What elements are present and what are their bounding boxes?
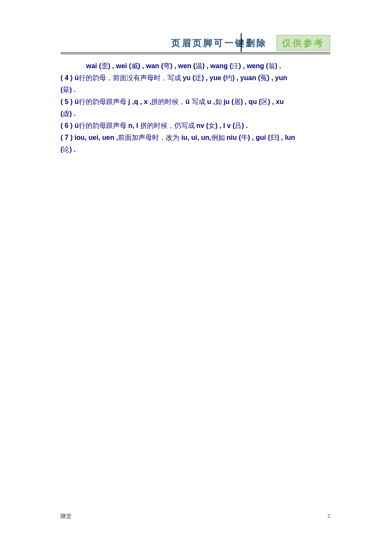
- header-divider-bottom: [61, 54, 330, 54]
- content-rule-7: ( 7 ) iou, uei, uen ,前面加声母时，改为 iu, ui, u…: [61, 132, 330, 144]
- text-cn: 行的韵母跟声母: [79, 122, 127, 129]
- text-span: ) .: [275, 62, 281, 69]
- content-line-1: wai (歪) , wei (威) , wan (弯) , wen (温) , …: [61, 60, 330, 72]
- text-span: ) , yue (: [202, 74, 225, 81]
- text-span: ( 6 ) ü: [61, 122, 79, 129]
- text-cn: 翁: [268, 62, 275, 69]
- text-cn: 写成: [192, 98, 205, 105]
- text-span: ) , wan (: [138, 62, 164, 69]
- text-span: n, l: [127, 122, 140, 129]
- text-span: ) , xu: [268, 98, 284, 105]
- text-cn: 弯: [163, 62, 170, 69]
- text-cn: 迂: [195, 74, 202, 81]
- text-span: ü: [185, 98, 191, 105]
- header-badge: 仅供参考: [277, 35, 330, 51]
- content-rule-4: ( 4 ) ü行的韵母，前面没有声母时，写成 yu (迂) , yue (约) …: [61, 72, 330, 84]
- text-span: ( 5 ) ü: [61, 98, 79, 105]
- text-cn: 冤: [260, 74, 267, 81]
- text-span: ) , yun: [267, 74, 287, 81]
- text-span: ) , wei (: [108, 62, 131, 69]
- content-rule-6: ( 6 ) ü行的韵母跟声母 n, l 拼的时候，仍写成 nv (女) , l …: [61, 120, 330, 132]
- content-rule-4b: (晕) .: [61, 84, 330, 96]
- text-span: wai (: [86, 62, 101, 69]
- text-span: ) .: [69, 146, 75, 153]
- content-rule-5b: (虚) .: [61, 108, 330, 120]
- header-vertical-divider: [241, 33, 242, 52]
- text-cn: 牛: [241, 134, 248, 141]
- document-content: wai (歪) , wei (威) , wan (弯) , wen (温) , …: [61, 60, 330, 156]
- text-span: ( 7 ) iou, uei, uen ,: [61, 134, 118, 141]
- text-span: ) , weng (: [239, 62, 268, 69]
- text-span: ) , lun: [277, 134, 295, 141]
- text-cn: 汪: [232, 62, 239, 69]
- text-cn: 威: [131, 62, 138, 69]
- text-cn: 例如: [211, 134, 227, 141]
- page-container: 页眉页脚可一键删除 仅供参考 wai (歪) , wei (威) , wan (…: [0, 0, 392, 156]
- text-cn: 拼的时候，: [151, 98, 185, 105]
- text-cn: 居: [234, 98, 241, 105]
- text-span: ) .: [69, 110, 75, 117]
- text-span: ) , l v (: [215, 122, 235, 129]
- text-span: iu, ui, un,: [179, 134, 211, 141]
- text-cn: 晕: [63, 86, 69, 93]
- text-span: j ,q , x ,: [127, 98, 152, 105]
- text-cn: 女: [208, 122, 215, 129]
- text-cn: 虚: [63, 110, 69, 117]
- text-span: ) , qu (: [241, 98, 261, 105]
- text-span: ) , yuan (: [232, 74, 260, 81]
- text-span: u ,: [205, 98, 215, 105]
- text-cn: 温: [196, 62, 202, 69]
- text-cn: 行的韵母跟声母: [79, 98, 127, 105]
- text-span: ( 4 ) ü: [61, 74, 79, 81]
- content-rule-7b: (论) .: [61, 144, 330, 156]
- text-span: ) .: [242, 122, 248, 129]
- text-cn: 前面加声母时，改为: [118, 134, 179, 141]
- text-cn: 约: [225, 74, 232, 81]
- text-span: ) .: [69, 86, 75, 93]
- header-row: 页眉页脚可一键删除 仅供参考: [61, 35, 330, 51]
- header-title: 页眉页脚可一键删除: [171, 37, 267, 49]
- text-span: yu (: [183, 74, 195, 81]
- header-divider-top: [61, 52, 330, 53]
- text-cn: 行的韵母，前面没有声母时，写成: [79, 74, 183, 81]
- text-cn: 拼的时候，仍写成: [140, 122, 196, 129]
- text-span: nv (: [196, 122, 208, 129]
- footer-left-text: 随堂: [61, 512, 72, 520]
- text-span: ) , wen (: [170, 62, 196, 69]
- text-cn: 归: [270, 134, 277, 141]
- content-rule-5: ( 5 ) ü行的韵母跟声母 j ,q , x ,拼的时候，ü 写成 u ,如 …: [61, 96, 330, 108]
- text-span: ju (: [224, 98, 234, 105]
- text-cn: 区: [261, 98, 268, 105]
- text-cn: 歪: [101, 62, 108, 69]
- page-number: 2: [328, 512, 331, 520]
- text-cn: 吕: [235, 122, 242, 129]
- text-span: ) , wang (: [202, 62, 232, 69]
- text-span: niu (: [227, 134, 241, 141]
- text-span: ) , gui (: [248, 134, 270, 141]
- text-cn: 如: [215, 98, 224, 105]
- page-footer: 随堂 2: [61, 512, 330, 520]
- text-cn: 论: [63, 146, 69, 153]
